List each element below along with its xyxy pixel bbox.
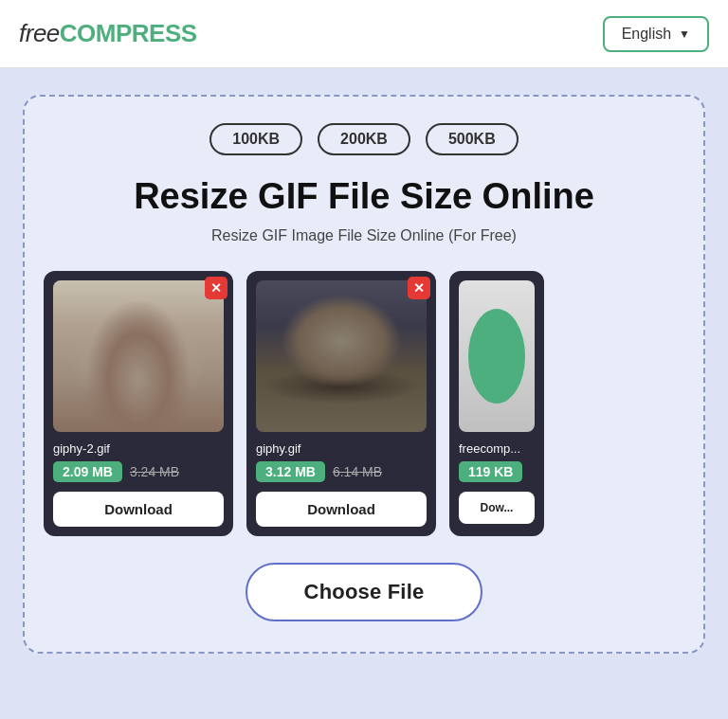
image-preview-3 xyxy=(459,280,535,432)
size-new-1: 2.09 MB xyxy=(53,461,122,482)
language-selector[interactable]: English ▼ xyxy=(603,16,709,52)
image-preview-1 xyxy=(53,280,224,432)
sizes-2: 3.12 MB 6.14 MB xyxy=(256,461,427,482)
filename-3: freecomp... xyxy=(459,441,535,456)
download-button-3[interactable]: Dow... xyxy=(459,492,535,524)
chevron-down-icon: ▼ xyxy=(679,27,690,41)
image-card-2: ✕ giphy.gif 3.12 MB 6.14 MB Download xyxy=(246,271,436,536)
image-preview-2 xyxy=(256,280,427,432)
page-subtitle: Resize GIF Image File Size Online (For F… xyxy=(44,227,684,244)
header: freeCOMPRESS English ▼ xyxy=(0,0,728,68)
filename-2: giphy.gif xyxy=(256,441,427,456)
choose-file-button[interactable]: Choose File xyxy=(246,563,483,621)
page-title: Resize GIF File Size Online xyxy=(44,176,684,218)
image-card-3: freecomp... 119 KB Dow... xyxy=(449,271,544,536)
size-badge-200kb[interactable]: 200KB xyxy=(318,123,410,155)
close-button-2[interactable]: ✕ xyxy=(408,277,430,299)
size-badge-500kb[interactable]: 500KB xyxy=(426,123,519,155)
logo-free-text: free xyxy=(19,19,60,47)
size-badges-row: 100KB 200KB 500KB xyxy=(44,123,684,155)
sizes-3: 119 KB xyxy=(459,461,535,482)
green-oval-decoration xyxy=(468,309,525,404)
size-old-1: 3.24 MB xyxy=(130,464,179,479)
size-old-2: 6.14 MB xyxy=(333,464,382,479)
main-content: 100KB 200KB 500KB Resize GIF File Size O… xyxy=(0,68,728,719)
close-button-1[interactable]: ✕ xyxy=(205,277,228,299)
download-button-2[interactable]: Download xyxy=(256,492,427,527)
image-card-1: ✕ giphy-2.gif 2.09 MB 3.24 MB Download xyxy=(44,271,233,536)
size-new-3: 119 KB xyxy=(459,461,522,482)
images-row: ✕ giphy-2.gif 2.09 MB 3.24 MB Download ✕… xyxy=(44,271,684,536)
logo-compress-text: COMPRESS xyxy=(60,19,197,47)
filename-1: giphy-2.gif xyxy=(53,441,224,456)
upload-card: 100KB 200KB 500KB Resize GIF File Size O… xyxy=(23,95,705,654)
language-label: English xyxy=(622,26,671,43)
sizes-1: 2.09 MB 3.24 MB xyxy=(53,461,224,482)
size-new-2: 3.12 MB xyxy=(256,461,325,482)
download-button-1[interactable]: Download xyxy=(53,492,224,527)
size-badge-100kb[interactable]: 100KB xyxy=(209,123,302,155)
logo: freeCOMPRESS xyxy=(19,19,197,48)
